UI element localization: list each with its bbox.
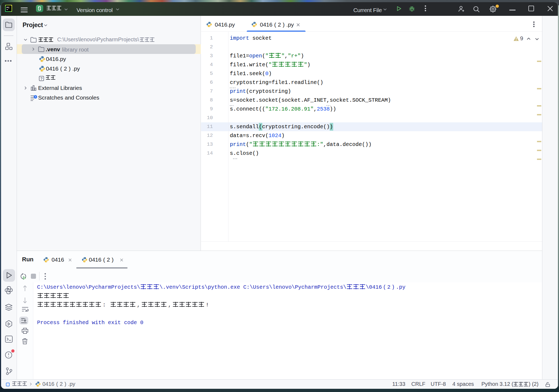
svg-text:PC: PC bbox=[6, 6, 10, 9]
